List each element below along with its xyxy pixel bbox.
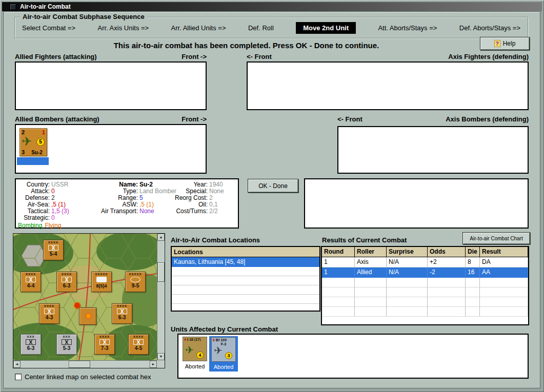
allied-bombers-front-label: Front ->: [153, 115, 207, 123]
allied-bombers-label: Allied Bombers (attacking): [15, 115, 99, 123]
scroll-up-arrow[interactable]: ▲: [157, 234, 165, 241]
horizontal-scroll-thumb[interactable]: [69, 361, 90, 368]
map-unit-counter[interactable]: XXXX 4-4: [21, 272, 41, 292]
step-arr-allied-units: Arr. Allied Units =>: [171, 24, 226, 32]
map-unit-counter[interactable]: XXX 5-3: [56, 334, 77, 355]
unit-size-label: XXXX: [95, 335, 114, 339]
info-label: Air Transport:: [92, 208, 138, 215]
unit-strength-label: 6-3: [57, 282, 76, 290]
location-row-empty: [172, 285, 319, 295]
unit-strength-label: 5-3: [57, 345, 76, 352]
affected-unit-bf109[interactable]: 6 Bf 109 F-3 ✈ 3 Aborted: [209, 336, 238, 372]
step-arr-axis-units: Arr. Axis Units =>: [97, 24, 149, 32]
combat-message-panel: [304, 178, 529, 229]
info-value: 2/2: [209, 208, 218, 215]
map-view[interactable]: XXXX 5-4 XXXX 4-4 XXXX 6-3 XXXXX: [13, 234, 157, 360]
unit-size-label: XXXX: [39, 304, 59, 308]
step-def-roll: Def. Roll: [248, 24, 274, 32]
results-table: Round Roller Surprise Odds Die Result 1 …: [321, 246, 529, 325]
infantry-symbol: [133, 339, 144, 345]
counter-bottom-left-value: 3: [22, 149, 25, 155]
results-cell: 8: [466, 257, 480, 267]
results-header-cell: Result: [480, 247, 528, 257]
scroll-left-arrow[interactable]: ◄: [13, 361, 21, 368]
affected-unit-i16[interactable]: 4 I-16 (17) ✈ 4 Aborted: [182, 337, 208, 371]
unit-strength-label: 9-5: [126, 282, 145, 290]
bombing-status: Bombing: [18, 222, 42, 229]
map-unit-counter[interactable]: XXXX 4-3: [39, 303, 59, 324]
results-row[interactable]: 1 Axis N/A +2 8 DA: [322, 257, 528, 267]
explosion-icon: ✹: [85, 312, 92, 321]
step-move-2nd-unit: Move 2nd Unit: [296, 22, 356, 34]
results-cell: N/A: [387, 267, 428, 278]
map-unit-counter[interactable]: XXXX 4-5: [128, 334, 149, 355]
location-row[interactable]: Kaunas, Lithuania [45, 48]: [172, 257, 319, 267]
results-cell: 1: [322, 257, 355, 267]
locations-header: Locations: [172, 247, 319, 257]
scroll-right-arrow[interactable]: ►: [150, 361, 157, 368]
scroll-down-arrow[interactable]: ▼: [157, 353, 165, 360]
i16-unit-counter[interactable]: 4 I-16 (17) ✈ 4: [183, 337, 207, 361]
results-header-row: Round Roller Surprise Odds Die Result: [322, 247, 528, 257]
unit-strength-label: 4-4: [21, 282, 41, 290]
app-icon[interactable]: [10, 4, 16, 10]
su2-unit-counter[interactable]: 2 1 ✈ 5 3 Su-2: [19, 128, 47, 156]
center-map-checkbox-label: Center linked map on selected combat hex: [25, 373, 151, 381]
titlebar[interactable]: Air-to-air Combat: [2, 2, 542, 11]
subphase-sequence-group: Air-to-air Combat Subphase Sequence Sele…: [14, 17, 528, 38]
axis-fighters-label: Axis Fighters (defending): [363, 53, 529, 60]
unit-strength-label: 4-5: [129, 345, 148, 352]
results-row-empty: [322, 297, 528, 307]
map-unit-counter[interactable]: XXX 6-3: [21, 334, 41, 355]
infantry-symbol: [48, 245, 58, 251]
results-cell: -2: [428, 267, 466, 278]
allied-bombers-panel[interactable]: 2 1 ✈ 5 3 Su-2: [15, 124, 207, 174]
unit-strength-label: 6-3: [112, 314, 132, 321]
map-vertical-scrollbar[interactable]: ▲ ▼: [157, 234, 165, 360]
unit-strength-label: 4-3: [39, 314, 59, 321]
window: Air-to-air Combat Air-to-air Combat Subp…: [0, 0, 544, 392]
unit-size-label: XXXX: [44, 240, 63, 244]
center-map-checkbox[interactable]: [15, 374, 22, 380]
armor-symbol: [130, 277, 140, 282]
locations-list[interactable]: Locations Kaunas, Lithuania [45, 48]: [171, 246, 320, 312]
map-unit-counter[interactable]: XXXXX 8(5)4: [91, 272, 112, 292]
unit-strength-label: 6-3: [21, 345, 41, 352]
affected-units-panel[interactable]: 4 I-16 (17) ✈ 4 Aborted 6 Bf 109 F-3 ✈ 3…: [177, 334, 529, 379]
ok-done-button[interactable]: OK - Done: [248, 179, 298, 193]
map-unit-counter[interactable]: XXXX 7-3: [94, 334, 115, 355]
plane-icon: ✈: [214, 344, 223, 357]
client-area: Air-to-air Combat Subphase Sequence Sele…: [4, 11, 540, 388]
results-row[interactable]: 1 Allied N/A -2 16 AA: [322, 267, 528, 278]
map-unit-counter[interactable]: XXXX 5-4: [43, 240, 64, 260]
affected-units-title: Units Affected by Current Combat: [171, 325, 278, 333]
results-cell: AA: [480, 267, 528, 278]
bf109-unit-counter[interactable]: 6 Bf 109 F-3 ✈ 3: [211, 337, 236, 362]
location-row-empty: [172, 276, 319, 285]
unit-info-column-3: Year:1940 Special:None Reorg Cost:2 Oil:…: [169, 181, 224, 215]
counter-designation: 6 Bf 109: [213, 338, 235, 342]
step-def-aborts-stays: Def. Aborts/Stays =>: [459, 24, 520, 32]
map-horizontal-scrollbar[interactable]: ◄ ►: [13, 360, 157, 368]
axis-bombers-panel[interactable]: [337, 126, 529, 174]
allied-fighters-panel[interactable]: [15, 61, 207, 110]
help-button[interactable]: ? Help: [480, 37, 530, 50]
status-message: This air-to-air combat has been complete…: [14, 41, 478, 50]
map-unit-counter[interactable]: XXXXX 9-5: [125, 272, 146, 292]
unit-strength-label: 5-4: [44, 251, 63, 258]
help-icon: ?: [494, 40, 500, 47]
results-row-empty: [322, 287, 528, 297]
infantry-symbol: [26, 277, 36, 282]
counter-designation: 4 I-16 (17): [184, 338, 206, 341]
results-cell: N/A: [387, 257, 428, 267]
locations-title: Air-to-Air Combat Locations: [171, 236, 260, 244]
axis-bombers-label: Axis Bombers (defending): [363, 115, 529, 123]
axis-fighters-panel[interactable]: [247, 61, 529, 110]
axis-bombers-front-label: <- Front: [337, 115, 362, 123]
combat-chart-button[interactable]: Air-to-air Combat Chart: [462, 232, 530, 244]
results-row-empty: [322, 278, 528, 287]
vertical-scroll-thumb[interactable]: [157, 262, 165, 282]
map-unit-counter[interactable]: XXXX 6-3: [56, 272, 77, 292]
map-unit-counter[interactable]: XXXX 6-3: [112, 303, 132, 324]
unit-size-label: XXXXX: [92, 272, 111, 276]
